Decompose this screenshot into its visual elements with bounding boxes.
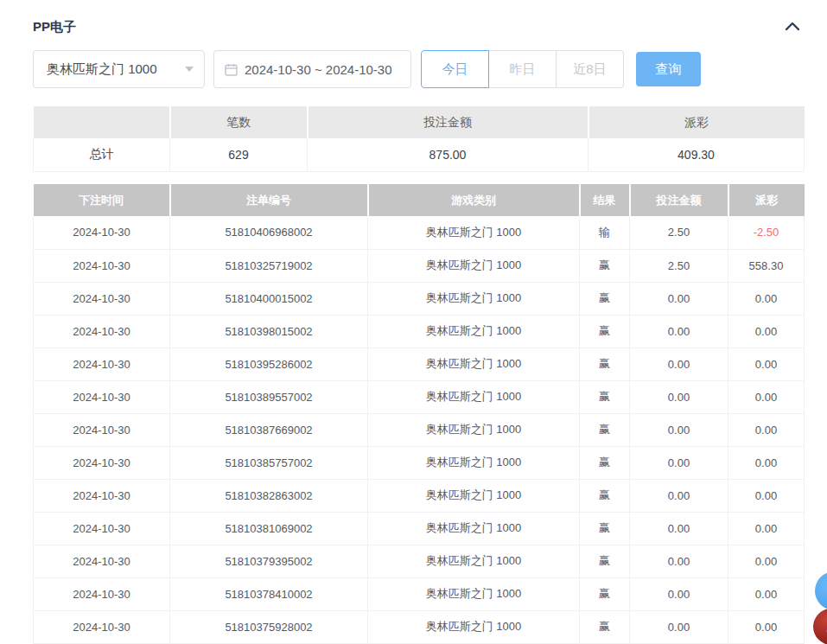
bet-time-cell: 2024-10-30 xyxy=(34,315,170,348)
bet-time-cell: 2024-10-30 xyxy=(34,282,170,315)
bet-amount-cell: 0.00 xyxy=(630,446,728,479)
today-button[interactable]: 今日 xyxy=(421,50,489,88)
bet-table-row: 2024-10-3051810395286002奥林匹斯之门 1000赢0.00… xyxy=(34,348,805,380)
summary-header-empty xyxy=(34,106,170,138)
summary-total-row: 总计 629 875.00 409.30 xyxy=(34,138,805,171)
game-type-cell: 奥林匹斯之门 1000 xyxy=(368,282,580,315)
result-cell: 赢 xyxy=(580,249,630,282)
game-type-cell: 奥林匹斯之门 1000 xyxy=(368,479,580,512)
panel-header: PP电子 xyxy=(33,16,804,38)
payout-cell: 0.00 xyxy=(728,610,805,643)
date-range-input[interactable]: 2024-10-30 ~ 2024-10-30 xyxy=(213,50,411,88)
bet-id-cell: 51810381069002 xyxy=(170,512,368,545)
game-type-cell: 奥林匹斯之门 1000 xyxy=(368,216,580,249)
payout-cell: 0.00 xyxy=(728,380,805,413)
header-game-type: 游戏类别 xyxy=(368,184,580,216)
payout-cell: 0.00 xyxy=(728,479,805,512)
summary-header-bet-amount: 投注金额 xyxy=(308,106,588,138)
payout-cell: -2.50 xyxy=(728,216,805,249)
header-bet-time: 下注时间 xyxy=(34,184,170,216)
summary-header-count: 笔数 xyxy=(170,106,308,138)
bet-amount-cell: 0.00 xyxy=(630,512,728,545)
result-cell: 赢 xyxy=(580,610,630,643)
bet-id-cell: 51810325719002 xyxy=(170,249,368,282)
game-type-cell: 奥林匹斯之门 1000 xyxy=(368,413,580,446)
result-cell: 赢 xyxy=(580,577,630,610)
game-type-cell: 奥林匹斯之门 1000 xyxy=(368,315,580,348)
bet-id-cell: 51810398015002 xyxy=(170,315,368,348)
bet-amount-cell: 0.00 xyxy=(630,610,728,643)
query-button[interactable]: 查询 xyxy=(636,52,701,86)
bet-amount-cell: 0.00 xyxy=(630,348,728,380)
bet-table-row: 2024-10-3051810379395002奥林匹斯之门 1000赢0.00… xyxy=(34,545,805,577)
header-payout: 派彩 xyxy=(728,184,805,216)
bet-id-cell: 51810389557002 xyxy=(170,380,368,413)
chat-float-button[interactable] xyxy=(815,571,827,610)
payout-cell: 0.00 xyxy=(728,315,805,348)
bet-time-cell: 2024-10-30 xyxy=(34,249,170,282)
bet-amount-cell: 0.00 xyxy=(630,315,728,348)
game-type-cell: 奥林匹斯之门 1000 xyxy=(368,610,580,643)
bet-time-cell: 2024-10-30 xyxy=(34,216,170,249)
bet-time-cell: 2024-10-30 xyxy=(34,446,170,479)
game-select-value: 奥林匹斯之门 1000 xyxy=(47,61,180,78)
payout-cell: 0.00 xyxy=(728,446,805,479)
result-cell: 赢 xyxy=(580,512,630,545)
payout-cell: 558.30 xyxy=(728,249,805,282)
summary-total-bet-amount: 875.00 xyxy=(308,138,588,171)
page-title: PP电子 xyxy=(33,19,76,34)
result-cell: 赢 xyxy=(580,380,630,413)
bet-amount-cell: 0.00 xyxy=(630,413,728,446)
bet-table-row: 2024-10-3051810378410002奥林匹斯之门 1000赢0.00… xyxy=(34,577,805,610)
last-8-days-button[interactable]: 近8日 xyxy=(556,50,624,88)
game-type-cell: 奥林匹斯之门 1000 xyxy=(368,446,580,479)
bet-id-cell: 51810387669002 xyxy=(170,413,368,446)
payout-cell: 0.00 xyxy=(728,348,805,380)
bet-table-row: 2024-10-3051810400015002奥林匹斯之门 1000赢0.00… xyxy=(34,282,805,315)
bet-id-cell: 51810382863002 xyxy=(170,479,368,512)
bet-amount-cell: 2.50 xyxy=(630,216,728,249)
payout-cell: 0.00 xyxy=(728,545,805,577)
bet-table-body: 2024-10-3051810406968002奥林匹斯之门 1000输2.50… xyxy=(34,216,805,643)
calendar-icon xyxy=(225,63,238,76)
payout-cell: 0.00 xyxy=(728,512,805,545)
result-cell: 赢 xyxy=(580,545,630,577)
game-type-cell: 奥林匹斯之门 1000 xyxy=(368,577,580,610)
bet-time-cell: 2024-10-30 xyxy=(34,545,170,577)
result-cell: 赢 xyxy=(580,446,630,479)
pp-electronic-panel: PP电子 奥林匹斯之门 1000 2024-10-30 ~ 2024-10-30 xyxy=(0,0,827,644)
bet-records-table: 下注时间 注单编号 游戏类别 结果 投注金额 派彩 2024-10-305181… xyxy=(33,184,805,644)
bet-id-cell: 51810406968002 xyxy=(170,216,368,249)
payout-cell: 0.00 xyxy=(728,282,805,315)
summary-total-count: 629 xyxy=(170,138,308,171)
header-bet-id: 注单编号 xyxy=(170,184,368,216)
date-range-value: 2024-10-30 ~ 2024-10-30 xyxy=(245,62,392,77)
brand-float-button[interactable]: b xyxy=(813,609,827,644)
bet-table-row: 2024-10-3051810382863002奥林匹斯之门 1000赢0.00… xyxy=(34,479,805,512)
bet-table-row: 2024-10-3051810389557002奥林匹斯之门 1000赢0.00… xyxy=(34,380,805,413)
bet-amount-cell: 2.50 xyxy=(630,249,728,282)
bet-table-row: 2024-10-3051810381069002奥林匹斯之门 1000赢0.00… xyxy=(34,512,805,545)
summary-total-label: 总计 xyxy=(34,138,170,171)
bet-table-row: 2024-10-3051810375928002奥林匹斯之门 1000赢0.00… xyxy=(34,610,805,643)
game-select[interactable]: 奥林匹斯之门 1000 xyxy=(33,50,205,88)
collapse-chevron-up-icon[interactable] xyxy=(783,19,802,35)
bet-time-cell: 2024-10-30 xyxy=(34,380,170,413)
result-cell: 输 xyxy=(580,216,630,249)
game-type-cell: 奥林匹斯之门 1000 xyxy=(368,380,580,413)
game-type-cell: 奥林匹斯之门 1000 xyxy=(368,512,580,545)
summary-header-payout: 派彩 xyxy=(588,106,805,138)
yesterday-button[interactable]: 昨日 xyxy=(488,50,557,88)
bet-table-row: 2024-10-3051810325719002奥林匹斯之门 1000赢2.50… xyxy=(34,249,805,282)
bet-table-header-row: 下注时间 注单编号 游戏类别 结果 投注金额 派彩 xyxy=(34,184,805,216)
bet-time-cell: 2024-10-30 xyxy=(34,479,170,512)
bet-table-row: 2024-10-3051810406968002奥林匹斯之门 1000输2.50… xyxy=(34,216,805,249)
summary-total-payout: 409.30 xyxy=(588,138,805,171)
quick-date-button-group: 今日 昨日 近8日 xyxy=(421,50,624,88)
bet-id-cell: 51810378410002 xyxy=(170,577,368,610)
bet-amount-cell: 0.00 xyxy=(630,545,728,577)
payout-cell: 0.00 xyxy=(728,413,805,446)
bet-amount-cell: 0.00 xyxy=(630,479,728,512)
bet-time-cell: 2024-10-30 xyxy=(34,348,170,380)
bet-time-cell: 2024-10-30 xyxy=(34,512,170,545)
